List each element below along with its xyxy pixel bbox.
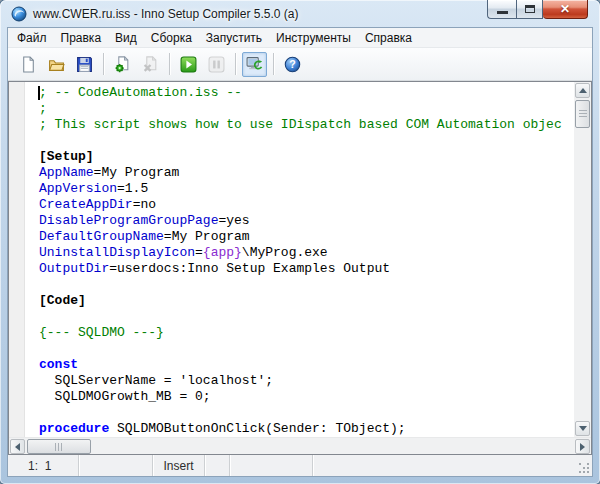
code-segment: UninstallDisplayIcon bbox=[39, 245, 195, 260]
code-line-12[interactable]: OutputDir=userdocs:Inno Setup Examples O… bbox=[39, 261, 574, 277]
code-line-10[interactable]: DefaultGroupName=My Program bbox=[39, 229, 574, 245]
code-segment: =yes bbox=[218, 213, 249, 228]
edit-mode: Insert bbox=[153, 455, 205, 476]
client-area: ФайлПравкаВидСборкаЗапуститьИнструментыС… bbox=[7, 27, 593, 477]
maximize-button[interactable] bbox=[516, 0, 543, 19]
menu-item-help[interactable]: Справка bbox=[358, 29, 419, 47]
code-segment: SQLDMOButtonOnClick(Sender: TObject); bbox=[109, 421, 405, 436]
run-button[interactable] bbox=[176, 52, 201, 77]
compile-icon bbox=[114, 56, 131, 73]
title-bar[interactable]: www.CWER.ru.iss - Inno Setup Compiler 5.… bbox=[0, 0, 600, 28]
status-panel bbox=[79, 455, 153, 476]
inno-setup-icon[interactable] bbox=[11, 6, 27, 22]
scroll-left-button[interactable] bbox=[10, 439, 25, 454]
code-line-6[interactable]: AppName=My Program bbox=[39, 165, 574, 181]
status-panel bbox=[205, 455, 230, 476]
menu-item-edit[interactable]: Правка bbox=[54, 29, 109, 47]
toolbar-separator bbox=[169, 53, 170, 75]
code-segment: =no bbox=[133, 197, 156, 212]
code-line-18[interactable]: const bbox=[39, 357, 574, 373]
code-line-7[interactable]: AppVersion=1.5 bbox=[39, 181, 574, 197]
vertical-scroll-thumb[interactable] bbox=[575, 100, 590, 128]
code-segment: AppName bbox=[39, 165, 94, 180]
code-line-2[interactable]: ; bbox=[39, 101, 574, 117]
stop-compile-button[interactable] bbox=[138, 52, 163, 77]
code-line-13[interactable] bbox=[39, 277, 574, 293]
code-segment: AppVersion bbox=[39, 181, 117, 196]
menu-item-tools[interactable]: Инструменты bbox=[269, 29, 358, 47]
compile-button[interactable] bbox=[110, 52, 135, 77]
code-line-17[interactable] bbox=[39, 341, 574, 357]
code-segment: {--- SQLDMO ---} bbox=[39, 325, 164, 340]
code-segment: \MyProg.exe bbox=[242, 245, 328, 260]
code-segment: procedure bbox=[39, 421, 109, 436]
code-line-1[interactable]: ; -- CodeAutomation.iss -- bbox=[39, 85, 574, 101]
code-line-21[interactable] bbox=[39, 405, 574, 421]
scroll-right-button[interactable] bbox=[575, 439, 590, 454]
save-floppy-icon bbox=[76, 56, 93, 73]
horizontal-scrollbar[interactable] bbox=[9, 437, 591, 454]
scroll-up-button[interactable] bbox=[575, 83, 590, 98]
save-script-button[interactable] bbox=[72, 52, 97, 77]
code-segment: OutputDir bbox=[39, 261, 109, 276]
code-line-22[interactable]: procedure SQLDMOButtonOnClick(Sender: TO… bbox=[39, 421, 574, 437]
code-area[interactable]: ; -- CodeAutomation.iss --;; This script… bbox=[26, 82, 574, 437]
arrow-down-icon bbox=[579, 426, 587, 435]
code-line-8[interactable]: CreateAppDir=no bbox=[39, 197, 574, 213]
run-play-icon bbox=[180, 56, 197, 73]
new-script-button[interactable] bbox=[16, 52, 41, 77]
status-panel bbox=[230, 455, 313, 476]
code-segment: SQLServerName = 'localhost'; bbox=[39, 373, 273, 388]
code-line-19[interactable]: SQLServerName = 'localhost'; bbox=[39, 373, 574, 389]
code-line-15[interactable] bbox=[39, 309, 574, 325]
arrow-left-icon bbox=[11, 443, 20, 451]
inno-setup-compiler-window: www.CWER.ru.iss - Inno Setup Compiler 5.… bbox=[0, 0, 600, 484]
open-script-button[interactable] bbox=[44, 52, 69, 77]
thumb-grip bbox=[55, 443, 56, 451]
new-document-icon bbox=[20, 56, 37, 73]
code-line-11[interactable]: UninstallDisplayIcon={app}\MyProg.exe bbox=[39, 245, 574, 261]
code-segment: SQLDMOGrowth_MB = 0; bbox=[39, 389, 211, 404]
menu-bar: ФайлПравкаВидСборкаЗапуститьИнструментыС… bbox=[8, 28, 592, 48]
toolbar: ? bbox=[8, 48, 592, 81]
horizontal-scroll-thumb[interactable] bbox=[27, 439, 91, 454]
code-line-9[interactable]: DisableProgramGroupPage=yes bbox=[39, 213, 574, 229]
window-controls: ✕ bbox=[487, 0, 588, 19]
code-segment: =userdocs:Inno Setup Examples Output bbox=[109, 261, 390, 276]
code-line-4[interactable] bbox=[39, 133, 574, 149]
status-bar: 1: 1Insert bbox=[8, 455, 592, 476]
code-line-16[interactable]: {--- SQLDMO ---} bbox=[39, 325, 574, 341]
stop-compile-icon bbox=[142, 56, 159, 73]
menu-item-build[interactable]: Сборка bbox=[144, 29, 199, 47]
menu-item-view[interactable]: Вид bbox=[108, 29, 144, 47]
code-line-20[interactable]: SQLDMOGrowth_MB = 0; bbox=[39, 389, 574, 405]
text-caret bbox=[38, 86, 40, 100]
status-panel bbox=[313, 455, 592, 476]
toolbar-separator bbox=[103, 53, 104, 75]
minimize-button[interactable] bbox=[487, 0, 516, 19]
code-segment: ; bbox=[39, 101, 47, 116]
target-setup-button[interactable] bbox=[242, 52, 267, 77]
code-segment: CreateAppDir bbox=[39, 197, 133, 212]
window-title: www.CWER.ru.iss - Inno Setup Compiler 5.… bbox=[33, 7, 298, 21]
close-button[interactable]: ✕ bbox=[543, 0, 588, 19]
code-line-3[interactable]: ; This script shows how to use IDispatch… bbox=[39, 117, 574, 133]
close-icon: ✕ bbox=[560, 3, 570, 15]
target-setup-icon bbox=[246, 56, 263, 73]
arrow-right-icon bbox=[580, 443, 589, 451]
help-button[interactable]: ? bbox=[280, 52, 305, 77]
scroll-down-button[interactable] bbox=[575, 421, 590, 436]
editor-gutter bbox=[9, 82, 25, 437]
code-line-14[interactable]: [Code] bbox=[39, 293, 574, 309]
menu-item-run[interactable]: Запустить bbox=[199, 29, 269, 47]
menu-item-file[interactable]: Файл bbox=[10, 29, 54, 47]
vertical-scrollbar[interactable] bbox=[574, 82, 591, 437]
minimize-icon bbox=[497, 11, 508, 14]
caret-position: 1: 1 bbox=[8, 455, 79, 476]
pause-button[interactable] bbox=[204, 52, 229, 77]
code-line-5[interactable]: [Setup] bbox=[39, 149, 574, 165]
resize-grip[interactable] bbox=[579, 463, 589, 473]
thumb-grip bbox=[579, 110, 587, 111]
code-segment: =1.5 bbox=[117, 181, 148, 196]
code-segment: const bbox=[39, 357, 78, 372]
